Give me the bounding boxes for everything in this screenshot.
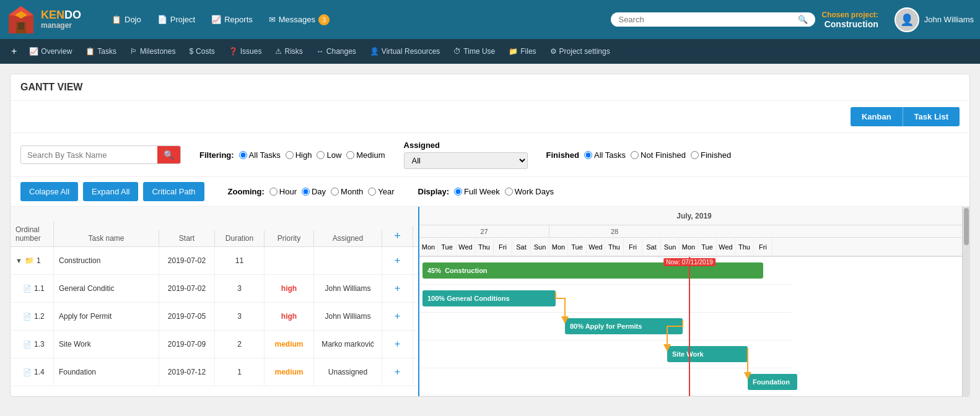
td-ordinal-1-3: 📄 1.3 bbox=[11, 331, 54, 358]
day-cell-sun1: Sun bbox=[531, 238, 549, 256]
assigned-select[interactable]: All bbox=[404, 152, 528, 169]
td-taskname-1-3: Site Work bbox=[54, 331, 159, 358]
nav-links: 📋 Dojo 📄 Project 📈 Reports ✉ Messages 3 bbox=[105, 11, 611, 29]
td-assigned-1-3: Marko marković bbox=[314, 331, 382, 358]
td-taskname-1: Construction bbox=[54, 247, 159, 274]
day-cell-sat1: Sat bbox=[512, 238, 531, 256]
expand-icon-1[interactable]: ▼ bbox=[15, 257, 22, 264]
td-add-1-4[interactable]: + bbox=[382, 358, 413, 386]
assigned-label: Assigned bbox=[404, 141, 528, 150]
file-icon-1-3: 📄 bbox=[23, 340, 32, 349]
avatar: 👤 bbox=[895, 7, 919, 32]
task-search-button[interactable]: 🔍 bbox=[157, 146, 180, 163]
table-row: 📄 1.3 Site Work 2019-07-09 2 medium Mark… bbox=[11, 331, 418, 358]
col-add[interactable]: + bbox=[382, 226, 413, 246]
collapse-all-button[interactable]: Colapse All bbox=[20, 182, 78, 201]
secondary-nav: + 📈 Overview 📋 Tasks 🏳 Milestones $ Cost… bbox=[0, 39, 980, 64]
day-cell-thu3: Thu bbox=[735, 238, 754, 256]
nav-reports[interactable]: 📈 Reports bbox=[205, 11, 259, 28]
filter-low[interactable]: Low bbox=[317, 150, 341, 160]
dojo-icon: 📋 bbox=[112, 15, 121, 24]
gantt-month-row: July, 2019 bbox=[419, 207, 969, 225]
finished-yes[interactable]: Finished bbox=[691, 150, 731, 160]
nav-messages[interactable]: ✉ Messages 3 bbox=[263, 11, 336, 29]
table-row: 📄 1.2 Apply for Permit 2019-07-05 3 high… bbox=[11, 303, 418, 331]
kanban-button[interactable]: Kanban bbox=[851, 107, 903, 126]
nav-project-settings[interactable]: ⚙ Project settings bbox=[544, 45, 616, 58]
gantt-chart: July, 2019 27 28 Mon Tue Wed Thu Fri Sat… bbox=[419, 207, 969, 396]
day-cell-thu1: Thu bbox=[475, 238, 494, 256]
zoom-hour[interactable]: Hour bbox=[269, 187, 297, 196]
user-area[interactable]: 👤 John Williams bbox=[895, 7, 974, 32]
day-cell-sun2: Sun bbox=[661, 238, 680, 256]
nav-project[interactable]: 📄 Project bbox=[151, 11, 201, 28]
nav-costs[interactable]: $ Costs bbox=[183, 45, 221, 58]
nav-time-use[interactable]: ⏱ Time Use bbox=[447, 45, 501, 58]
td-start-1-3: 2019-07-09 bbox=[159, 331, 215, 358]
display-workdays[interactable]: Work Days bbox=[505, 187, 554, 196]
file-icon-1-1: 📄 bbox=[23, 285, 32, 293]
zoom-label: Zooming: bbox=[228, 187, 265, 196]
zoom-day[interactable]: Day bbox=[302, 187, 326, 196]
day-cell-tue3: Tue bbox=[698, 238, 717, 256]
gantt-rows: Now: 07/11/2019 45% Construction 100% Ge… bbox=[419, 257, 791, 396]
add-button[interactable]: + bbox=[6, 43, 22, 59]
task-search-input[interactable] bbox=[21, 147, 157, 163]
nav-overview[interactable]: 📈 Overview bbox=[23, 45, 78, 58]
gantt-title: GANTT VIEW bbox=[11, 74, 969, 101]
search-input[interactable] bbox=[618, 15, 798, 24]
toolbar-row: Kanban Task List bbox=[11, 101, 969, 133]
chosen-project: Chosen project: Construction bbox=[821, 11, 878, 29]
nav-files[interactable]: 📁 Files bbox=[502, 45, 542, 58]
zoom-month[interactable]: Month bbox=[331, 187, 363, 196]
finished-group: Finished All Tasks Not Finished Finished bbox=[546, 150, 732, 160]
td-taskname-1-1: General Conditic bbox=[54, 275, 159, 302]
col-assigned: Assigned bbox=[314, 230, 382, 246]
td-duration-1-1: 3 bbox=[215, 275, 265, 302]
nav-tasks[interactable]: 📋 Tasks bbox=[79, 45, 123, 58]
display-fullweek[interactable]: Full Week bbox=[454, 187, 500, 196]
nav-milestones[interactable]: 🏳 Milestones bbox=[124, 45, 182, 58]
assigned-group: Assigned All bbox=[404, 141, 528, 169]
scrollbar[interactable] bbox=[962, 207, 969, 396]
gantt-row-1-2: 80% Apply for Permits bbox=[419, 313, 791, 340]
td-duration-1-2: 3 bbox=[215, 303, 265, 330]
week-27: 27 bbox=[419, 225, 549, 237]
day-cell-fri1: Fri bbox=[494, 238, 512, 256]
table-row: 📄 1.4 Foundation 2019-07-12 1 medium Una… bbox=[11, 358, 418, 386]
critical-path-button[interactable]: Critical Path bbox=[143, 182, 204, 201]
week-28: 28 bbox=[549, 225, 680, 237]
scrollbar-thumb[interactable] bbox=[964, 208, 969, 245]
milestones-icon: 🏳 bbox=[130, 47, 138, 56]
finished-label: Finished bbox=[546, 150, 579, 160]
filter-all-tasks[interactable]: All Tasks bbox=[239, 150, 281, 160]
nav-dojo[interactable]: 📋 Dojo bbox=[105, 11, 147, 28]
finished-all[interactable]: All Tasks bbox=[584, 150, 626, 160]
time-icon: ⏱ bbox=[453, 47, 461, 56]
settings-icon: ⚙ bbox=[550, 47, 557, 56]
tasklist-button[interactable]: Task List bbox=[903, 107, 960, 126]
nav-virtual-resources[interactable]: 👤 Virtual Resources bbox=[364, 45, 447, 58]
logo[interactable]: KENDO manager bbox=[6, 5, 99, 35]
nav-changes[interactable]: ↔ Changes bbox=[310, 45, 362, 58]
gantt-row-1-1: 100% General Conditions bbox=[419, 285, 791, 313]
td-taskname-1-2: Apply for Permit bbox=[54, 303, 159, 330]
nav-issues[interactable]: ❓ Issues bbox=[222, 45, 268, 58]
td-add-1[interactable]: + bbox=[382, 247, 413, 274]
file-icon-1-2: 📄 bbox=[23, 313, 32, 321]
filter-medium[interactable]: Medium bbox=[346, 150, 385, 160]
day-cell-mon2: Mon bbox=[549, 238, 568, 256]
nav-risks[interactable]: ⚠ Risks bbox=[269, 45, 308, 58]
gantt-row-1: 45% Construction bbox=[419, 257, 791, 285]
td-add-1-1[interactable]: + bbox=[382, 275, 413, 302]
week-numbers-row: 27 28 bbox=[419, 225, 969, 238]
expand-all-button[interactable]: Expand All bbox=[83, 182, 138, 201]
zoom-year[interactable]: Year bbox=[368, 187, 394, 196]
gantt-month-label: July, 2019 bbox=[419, 207, 969, 225]
finished-not[interactable]: Not Finished bbox=[631, 150, 686, 160]
td-add-1-2[interactable]: + bbox=[382, 303, 413, 330]
td-add-1-3[interactable]: + bbox=[382, 331, 413, 358]
filter-high[interactable]: High bbox=[286, 150, 312, 160]
td-assigned-1 bbox=[314, 247, 382, 274]
td-priority-1-1: high bbox=[265, 275, 314, 302]
